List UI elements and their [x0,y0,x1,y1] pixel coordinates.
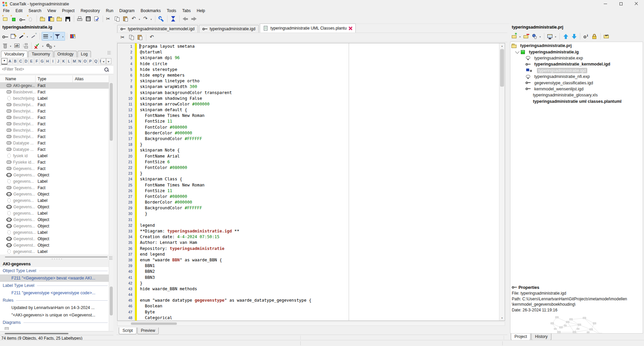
alphabet-tab[interactable]: G [40,58,45,64]
scrollbar-thumb[interactable] [131,322,177,325]
scroll-up-icon[interactable]: ▲ [499,43,505,48]
vocabulary-row[interactable]: Gegevens... Fact [0,184,109,191]
alphabet-tab[interactable]: J [56,58,61,64]
toolbar-button[interactable] [510,32,522,41]
toolbar-button[interactable] [1,41,13,50]
toolbar-button[interactable] [558,32,561,41]
toolbar-button[interactable] [144,33,148,42]
chevron-down-icon[interactable] [50,34,53,39]
vocabulary-row[interactable]: Gegevenst... Object [0,242,109,248]
vocabulary-row[interactable]: Gegevens... Object [0,216,109,223]
toolbar-button[interactable] [72,14,76,23]
toolbar-button[interactable] [582,32,590,41]
toolbar-button[interactable] [119,33,128,42]
details-row[interactable] [0,326,109,330]
alphabet-scroll-right-icon[interactable]: ▶ [106,58,111,64]
scrollbar-thumb[interactable] [500,49,504,87]
toolbar-button[interactable] [570,32,578,41]
chevron-down-icon[interactable] [9,43,12,48]
vocabulary-row[interactable]: Gegevens... Object [0,191,109,197]
tree-item[interactable]: gegevenstype_classificaties.igd [510,80,643,86]
column-header-name[interactable]: Name [0,76,36,82]
expander-chevron-icon[interactable] [515,49,519,54]
vocabulary-scrollbar[interactable] [109,82,113,255]
toolbar-button[interactable] [602,32,611,41]
tree-item[interactable]: typeringsadministratie.prj [510,43,643,49]
menu-item[interactable]: Bookmarks [138,8,164,14]
menu-item[interactable]: Edit [12,8,26,14]
alphabet-tab[interactable]: K [61,58,66,64]
vocabulary-row[interactable]: Beschrijvi... Fact [0,127,109,133]
toolbar-button[interactable] [546,32,558,41]
vocabulary-row[interactable]: Gegevens... Object [0,223,109,229]
toolbar-button[interactable] [113,14,121,23]
panel-splitter[interactable] [0,255,113,260]
scrollbar-thumb[interactable] [110,287,113,315]
vocabulary-row[interactable]: Basisbevei... Fact [0,89,109,95]
menu-item[interactable]: Help [194,8,208,14]
toolbar-button[interactable] [45,41,57,50]
alphabet-tab[interactable]: H [45,58,50,64]
details-scrollbar[interactable] [109,260,113,331]
vocabulary-row[interactable]: Beschrijvi... Fact [0,101,109,108]
menu-item[interactable]: View [44,8,59,14]
alphabet-tab[interactable]: M [72,58,77,64]
alphabet-scroll-left-icon[interactable]: ◀ [101,58,106,64]
vocabulary-row[interactable]: fysiek id Label [0,153,109,159]
chevron-down-icon[interactable] [53,43,56,48]
toolbar-button[interactable] [130,14,142,23]
details-row[interactable]: Rules [0,297,109,304]
toolbar-button[interactable] [157,14,165,23]
alphabet-tab[interactable]: P [88,58,93,64]
vocabulary-row[interactable]: Datatype ... Fact [0,146,109,153]
tree-item[interactable]: typeringsadministratie.exp [510,55,643,61]
toolbar-button[interactable] [30,41,33,50]
menu-item[interactable]: File [0,8,12,14]
document-tab[interactable]: typeringsadministratie.igd [199,25,259,33]
alphabet-tab[interactable]: N [77,58,83,64]
chevron-down-icon[interactable] [150,16,153,21]
toolbar-button[interactable] [35,14,39,23]
scrollbar-thumb[interactable] [110,83,113,141]
dock-handle[interactable] [107,50,111,55]
vocabulary-row[interactable]: Beschrijvi... Fact [0,121,109,127]
vocabulary-row[interactable]: Gegevens... Object [0,204,109,210]
alphabet-tab[interactable]: O [83,58,88,64]
tree-item[interactable]: typeringsadministratie.ig [510,49,643,55]
menu-item[interactable]: Repository [78,8,103,14]
toolbar-button[interactable] [18,14,27,23]
vocabulary-row[interactable]: Datatype ... Fact [0,140,109,146]
alphabet-tab[interactable]: E [29,58,34,64]
toolbar-button[interactable] [128,33,136,42]
toolbar-button[interactable] [181,14,190,23]
dock-handle[interactable] [109,256,112,260]
chevron-down-icon[interactable] [61,34,64,39]
chevron-down-icon[interactable] [26,34,29,39]
toolbar-button[interactable] [27,14,35,23]
toolbar-button[interactable] [142,14,153,23]
toolbar-button[interactable] [53,32,65,41]
tree-item[interactable]: typeringsadministratie uml classes.plant… [510,98,643,104]
toolbar-button[interactable] [55,14,64,23]
alphabet-tab[interactable]: Q [93,58,99,64]
alphabet-tab[interactable]: A [7,58,13,64]
toolbar-button[interactable] [42,32,53,41]
menu-item[interactable]: Run [103,8,116,14]
minimize-button[interactable] [598,0,613,7]
toolbar-button[interactable] [13,41,21,50]
toolbar-button[interactable] [9,32,18,41]
alphabet-tab[interactable]: F [34,58,40,64]
vocabulary-tab[interactable]: Log [78,51,91,57]
toolbar-button[interactable] [93,14,101,23]
vocabulary-row[interactable]: Gegevens... Object [0,172,109,178]
vocabulary-row[interactable]: Gegevens... Fact [0,165,109,172]
alphabet-tab[interactable]: * [1,58,7,64]
chevron-down-icon[interactable] [554,34,557,39]
vocabulary-row[interactable]: gegevenst... Label [0,248,109,255]
scroll-down-icon[interactable]: ▼ [499,315,505,320]
toolbar-button[interactable] [561,32,570,41]
details-row[interactable]: Diagrams [0,319,109,326]
alphabet-tab[interactable]: I [50,58,56,64]
project-bottom-tab[interactable]: Project [511,334,531,340]
menu-item[interactable]: Diagram [116,8,138,14]
